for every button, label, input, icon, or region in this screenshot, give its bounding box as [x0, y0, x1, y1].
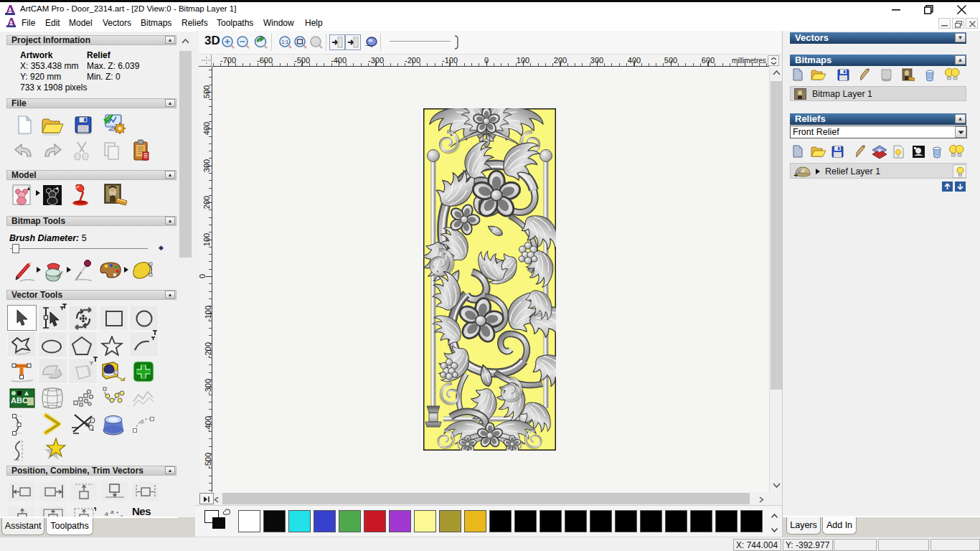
svg-text:1:1: 1:1	[282, 39, 289, 44]
svg-text:*: *	[116, 510, 118, 517]
svg-text:ABC: ABC	[11, 396, 28, 405]
svg-text:a: a	[110, 509, 114, 515]
